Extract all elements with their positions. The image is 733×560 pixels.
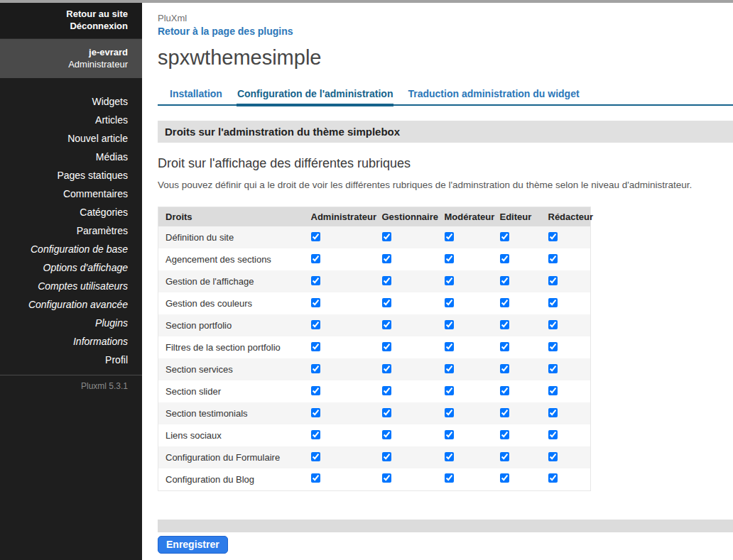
permission-checkbox-section-services-administrateur[interactable]	[311, 364, 320, 373]
sidebar-menu: WidgetsArticlesNouvel articleMédiasPages…	[0, 93, 142, 370]
permission-checkbox-section-services-editeur[interactable]	[500, 364, 509, 373]
sidebar-item-nouvel-article[interactable]: Nouvel article	[0, 130, 142, 148]
permission-checkbox-section-slider-administrateur[interactable]	[311, 386, 320, 395]
permission-checkbox-d-finition-du-site-administrateur[interactable]	[311, 232, 320, 241]
permission-cell	[438, 336, 493, 358]
permission-checkbox-gestion-des-couleurs-editeur[interactable]	[500, 298, 509, 307]
permission-checkbox-configuration-du-formulaire-editeur[interactable]	[500, 452, 509, 461]
permission-checkbox-section-testimonials-gestionnaire[interactable]	[382, 408, 391, 417]
sidebar-item-param-tres[interactable]: Paramètres	[0, 222, 142, 241]
permission-checkbox-agencement-des-sections-mod-rateur[interactable]	[445, 254, 454, 263]
permission-cell	[438, 380, 493, 402]
permission-checkbox-liens-sociaux-editeur[interactable]	[500, 430, 509, 439]
app-label: PluXml	[158, 13, 733, 23]
permission-checkbox-section-slider-mod-rateur[interactable]	[445, 386, 454, 395]
permission-row-label: Liens sociaux	[158, 424, 304, 446]
permission-checkbox-section-services-r-dacteur[interactable]	[548, 364, 558, 373]
sidebar-item-pages-statiques[interactable]: Pages statiques	[0, 167, 142, 185]
permission-cell	[304, 270, 375, 292]
permission-checkbox-section-portfolio-mod-rateur[interactable]	[445, 320, 454, 329]
permission-checkbox-section-services-gestionnaire[interactable]	[382, 364, 391, 373]
sidebar-item-configuration-avanc-e[interactable]: Configuration avancée	[0, 296, 142, 314]
permission-checkbox-agencement-des-sections-r-dacteur[interactable]	[548, 254, 558, 263]
column-header-gestionnaire: Gestionnaire	[375, 207, 438, 227]
tab-installation[interactable]: Installation	[169, 84, 223, 104]
permission-checkbox-section-portfolio-editeur[interactable]	[500, 320, 509, 329]
permission-checkbox-liens-sociaux-mod-rateur[interactable]	[445, 430, 454, 439]
permission-checkbox-gestion-des-couleurs-administrateur[interactable]	[311, 298, 320, 307]
permission-checkbox-configuration-du-formulaire-mod-rateur[interactable]	[445, 452, 454, 461]
permission-checkbox-section-portfolio-administrateur[interactable]	[311, 320, 320, 329]
permission-checkbox-configuration-du-blog-gestionnaire[interactable]	[382, 473, 391, 483]
sidebar-item-articles[interactable]: Articles	[0, 111, 142, 130]
permission-checkbox-d-finition-du-site-editeur[interactable]	[500, 232, 509, 241]
permission-cell	[541, 336, 591, 358]
permission-checkbox-section-slider-r-dacteur[interactable]	[548, 386, 558, 395]
sidebar-item-widgets[interactable]: Widgets	[0, 93, 142, 111]
sidebar-item-configuration-de-base[interactable]: Configuration de base	[0, 241, 142, 259]
permission-checkbox-section-portfolio-gestionnaire[interactable]	[382, 320, 391, 329]
sidebar-item-m-dias[interactable]: Médias	[0, 148, 142, 167]
permission-checkbox-configuration-du-blog-editeur[interactable]	[500, 473, 509, 483]
column-header-editeur: Editeur	[493, 207, 541, 227]
permission-checkbox-agencement-des-sections-editeur[interactable]	[500, 254, 509, 263]
permission-checkbox-gestion-de-l-affichage-r-dacteur[interactable]	[548, 276, 558, 285]
permission-checkbox-d-finition-du-site-r-dacteur[interactable]	[548, 232, 558, 241]
permission-checkbox-gestion-des-couleurs-mod-rateur[interactable]	[445, 298, 454, 307]
permission-checkbox-configuration-du-formulaire-administrateur[interactable]	[311, 452, 320, 461]
permission-checkbox-section-testimonials-r-dacteur[interactable]	[548, 408, 558, 417]
permission-checkbox-liens-sociaux-administrateur[interactable]	[311, 430, 320, 439]
permission-checkbox-d-finition-du-site-mod-rateur[interactable]	[445, 232, 454, 241]
permission-checkbox-configuration-du-blog-administrateur[interactable]	[311, 473, 320, 483]
back-to-plugins-link[interactable]: Retour à la page des plugins	[158, 26, 293, 37]
permission-cell	[493, 446, 541, 468]
permission-checkbox-filtres-de-la-section-portfolio-mod-rateur[interactable]	[445, 342, 454, 351]
permission-checkbox-section-testimonials-administrateur[interactable]	[311, 408, 320, 417]
table-row: Section slider	[158, 380, 591, 402]
permission-cell	[375, 468, 438, 490]
permission-checkbox-configuration-du-blog-r-dacteur[interactable]	[548, 473, 558, 483]
tab-traduction-administration-du-widget[interactable]: Traduction administration du widget	[407, 84, 580, 104]
sidebar-item-comptes-utilisateurs[interactable]: Comptes utilisateurs	[0, 278, 142, 296]
permission-checkbox-gestion-de-l-affichage-administrateur[interactable]	[311, 276, 320, 285]
permission-checkbox-agencement-des-sections-gestionnaire[interactable]	[382, 254, 391, 263]
sidebar-item-cat-gories[interactable]: Catégories	[0, 204, 142, 222]
permission-checkbox-configuration-du-formulaire-gestionnaire[interactable]	[382, 452, 391, 461]
permission-checkbox-liens-sociaux-r-dacteur[interactable]	[548, 430, 558, 439]
permission-checkbox-configuration-du-blog-mod-rateur[interactable]	[445, 473, 454, 483]
permission-checkbox-filtres-de-la-section-portfolio-r-dacteur[interactable]	[548, 342, 558, 351]
sidebar-item-plugins[interactable]: Plugins	[0, 314, 142, 333]
permission-checkbox-gestion-de-l-affichage-editeur[interactable]	[500, 276, 509, 285]
column-header-r-dacteur: Rédacteur	[541, 207, 591, 227]
permission-checkbox-gestion-des-couleurs-r-dacteur[interactable]	[548, 298, 558, 307]
permission-cell	[493, 468, 541, 490]
back-to-site-link[interactable]: Retour au site	[14, 8, 128, 20]
logout-link[interactable]: Déconnexion	[14, 20, 128, 32]
save-button[interactable]: Enregistrer	[158, 536, 228, 554]
permission-checkbox-d-finition-du-site-gestionnaire[interactable]	[382, 232, 391, 241]
sidebar-item-profil[interactable]: Profil	[0, 351, 142, 370]
permission-checkbox-liens-sociaux-gestionnaire[interactable]	[382, 430, 391, 439]
permission-checkbox-section-testimonials-editeur[interactable]	[500, 408, 509, 417]
permission-checkbox-filtres-de-la-section-portfolio-gestionnaire[interactable]	[382, 342, 391, 351]
tab-configuration-de-l-administration[interactable]: Configuration de l'administration	[237, 84, 394, 104]
permission-checkbox-gestion-de-l-affichage-mod-rateur[interactable]	[445, 276, 454, 285]
permission-checkbox-filtres-de-la-section-portfolio-administrateur[interactable]	[311, 342, 320, 351]
table-row: Configuration du Blog	[158, 468, 591, 490]
sidebar-item-options-d-affichage[interactable]: Options d'affichage	[0, 259, 142, 278]
section-subtitle: Droit sur l'affichage des différentes ru…	[158, 156, 733, 171]
permission-checkbox-section-testimonials-mod-rateur[interactable]	[445, 408, 454, 417]
permission-checkbox-filtres-de-la-section-portfolio-editeur[interactable]	[500, 342, 509, 351]
table-row: Section testimonials	[158, 402, 591, 424]
permission-checkbox-section-portfolio-r-dacteur[interactable]	[548, 320, 558, 329]
permission-checkbox-section-slider-editeur[interactable]	[500, 386, 509, 395]
permission-checkbox-gestion-des-couleurs-gestionnaire[interactable]	[382, 298, 391, 307]
permission-checkbox-section-slider-gestionnaire[interactable]	[382, 386, 391, 395]
permission-checkbox-section-services-mod-rateur[interactable]	[445, 364, 454, 373]
sidebar-item-informations[interactable]: Informations	[0, 333, 142, 351]
sidebar-item-commentaires[interactable]: Commentaires	[0, 185, 142, 204]
permission-row-label: Filtres de la section portfolio	[158, 336, 304, 358]
permission-checkbox-configuration-du-formulaire-r-dacteur[interactable]	[548, 452, 558, 461]
permission-checkbox-agencement-des-sections-administrateur[interactable]	[311, 254, 320, 263]
permission-checkbox-gestion-de-l-affichage-gestionnaire[interactable]	[382, 276, 391, 285]
